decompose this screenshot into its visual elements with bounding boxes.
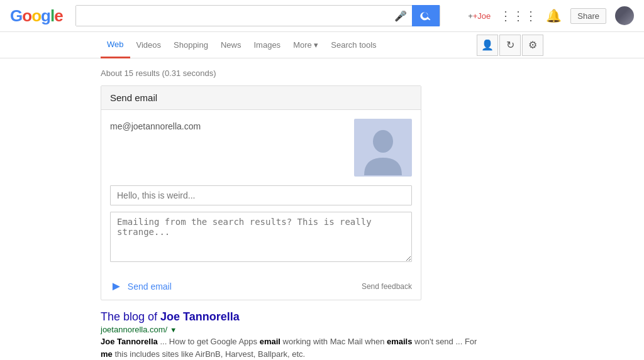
- header: Google email me at @joetannorella.com 🎤 …: [0, 0, 644, 32]
- result-url-arrow: ▼: [170, 326, 177, 334]
- avatar-image: [615, 6, 634, 25]
- result-url-line: joetannorella.com/ ▼: [101, 325, 478, 334]
- person-silhouette-icon: [361, 126, 405, 177]
- main-content: About 15 results (0.31 seconds) Send ema…: [0, 58, 541, 360]
- send-icon: ►: [110, 279, 123, 293]
- nav-videos[interactable]: Videos: [130, 32, 168, 58]
- result-snippet: Joe Tannorella ... How to get Google App…: [101, 335, 478, 360]
- send-email-body: me@joetannorella.com: [101, 110, 421, 273]
- nav-tools-right: 👤 ↻ ⚙: [477, 35, 543, 56]
- search-results: The blog of Joe Tannorella joetannorella…: [101, 310, 541, 360]
- nav-search-tools[interactable]: Search tools: [325, 32, 382, 58]
- search-bar: email me at @joetannorella.com 🎤: [75, 5, 440, 26]
- send-email-footer: ► Send email Send feedback: [101, 273, 421, 300]
- recipient-email: me@joetannorella.com: [110, 119, 345, 177]
- result-title-link[interactable]: The blog of Joe Tannorella: [101, 310, 478, 324]
- nav-more[interactable]: More ▾: [287, 32, 325, 58]
- navbar: Web Videos Shopping News Images More ▾ S…: [0, 32, 644, 58]
- google-logo: Google: [10, 6, 63, 26]
- share-button[interactable]: Share: [570, 8, 606, 24]
- result-item: The blog of Joe Tannorella joetannorella…: [101, 310, 478, 360]
- microphone-icon[interactable]: 🎤: [389, 10, 412, 22]
- settings-tool-button[interactable]: ⚙: [522, 35, 543, 56]
- refresh-tool-button[interactable]: ↻: [499, 35, 521, 56]
- result-title-bold: Joe Tannorella: [160, 310, 240, 323]
- result-url: joetannorella.com/: [101, 325, 167, 334]
- nav-news[interactable]: News: [214, 32, 248, 58]
- avatar[interactable]: [615, 6, 634, 25]
- send-email-header: Send email: [101, 86, 421, 110]
- send-email-top: me@joetannorella.com: [110, 119, 412, 177]
- recipient-avatar: [354, 119, 412, 177]
- send-feedback-link[interactable]: Send feedback: [362, 282, 412, 291]
- search-button[interactable]: [412, 5, 440, 26]
- svg-point-0: [373, 130, 393, 153]
- plus-joe[interactable]: ++Joe: [468, 11, 491, 21]
- send-email-card: Send email me@joetannorella.com ► Send e…: [101, 85, 421, 300]
- results-count: About 15 results (0.31 seconds): [101, 63, 541, 85]
- nav-web[interactable]: Web: [101, 32, 130, 58]
- search-input[interactable]: email me at @joetannorella.com: [76, 6, 389, 26]
- email-subject-input[interactable]: [110, 185, 412, 205]
- notifications-icon[interactable]: 🔔: [546, 8, 562, 23]
- nav-images[interactable]: Images: [247, 32, 287, 58]
- header-right: ++Joe ⋮⋮⋮ 🔔 Share: [468, 6, 634, 25]
- apps-icon[interactable]: ⋮⋮⋮: [499, 8, 537, 23]
- nav-shopping[interactable]: Shopping: [167, 32, 214, 58]
- send-email-label: Send email: [128, 281, 172, 292]
- plus-joe-label: +Joe: [473, 11, 491, 21]
- email-body-textarea[interactable]: [110, 212, 412, 262]
- profile-tool-button[interactable]: 👤: [477, 35, 498, 56]
- send-email-button[interactable]: ► Send email: [110, 279, 172, 293]
